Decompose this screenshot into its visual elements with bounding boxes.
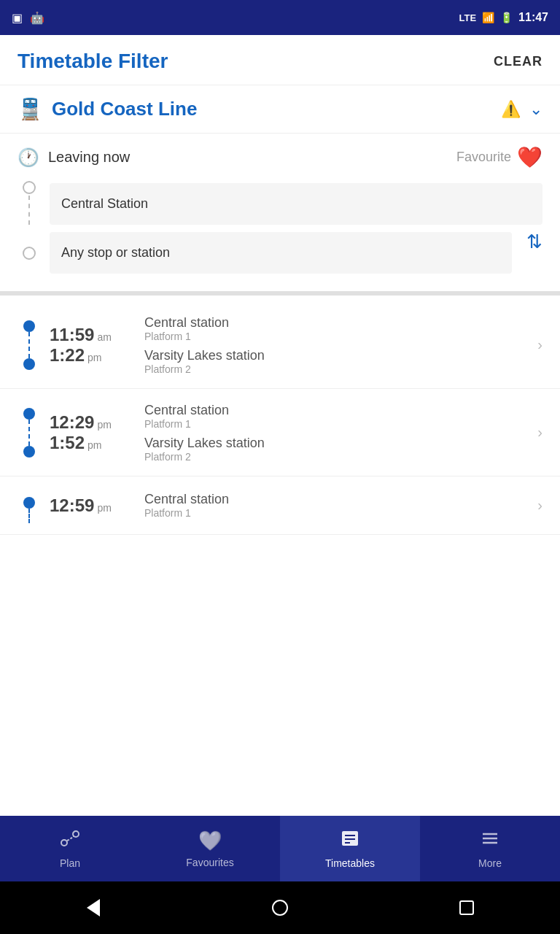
trip-line xyxy=(28,332,30,358)
to-station-input[interactable] xyxy=(50,232,512,274)
nav-item-timetables[interactable]: Timetables xyxy=(280,816,420,881)
chevron-down-icon: ⌄ xyxy=(529,100,542,119)
table-row[interactable]: 11:59 am 1:22 pm Central station Platfor… xyxy=(0,301,560,389)
trip-dot-top xyxy=(23,408,35,420)
timetables-icon xyxy=(340,828,360,853)
warning-icon: ⚠️ xyxy=(501,100,521,119)
svg-point-0 xyxy=(61,840,67,846)
trip-line xyxy=(28,509,30,523)
to-dot-container xyxy=(18,247,41,260)
favourite-section[interactable]: Favourite ❤️ xyxy=(456,145,542,169)
trip-timeline-1 xyxy=(18,320,41,370)
trip-times-2: 12:29 pm 1:52 pm xyxy=(50,404,144,462)
trip-timeline-3 xyxy=(18,488,41,523)
favourites-icon: 🤍 xyxy=(198,830,222,852)
from-station-dot xyxy=(23,181,36,194)
trip-chevron-icon-1: › xyxy=(537,336,542,353)
trip-dot-bottom xyxy=(23,358,35,370)
home-button[interactable] xyxy=(265,893,295,922)
time-display: 11:47 xyxy=(518,11,548,24)
to-station-1: Varsity Lakes station Platform 2 xyxy=(144,348,532,375)
to-station-dot xyxy=(23,247,36,260)
nav-item-favourites[interactable]: 🤍 Favourites xyxy=(140,816,280,881)
more-label: More xyxy=(478,857,502,869)
from-station-row xyxy=(18,181,542,226)
trip-timeline-2 xyxy=(18,408,41,458)
header: Timetable Filter CLEAR xyxy=(0,35,560,85)
svg-point-1 xyxy=(73,831,79,837)
line-selector[interactable]: 🚆 Gold Coast Line ⚠️ ⌄ xyxy=(0,85,560,134)
bottom-nav: Plan 🤍 Favourites Timetables More xyxy=(0,816,560,881)
more-icon xyxy=(480,828,500,853)
table-row[interactable]: 12:29 pm 1:52 pm Central station Platfor… xyxy=(0,389,560,476)
timetables-label: Timetables xyxy=(325,857,375,869)
leaving-now-section: 🕐 Leaving now xyxy=(18,147,130,168)
trip-times-3: 12:59 pm xyxy=(50,487,144,525)
back-button[interactable] xyxy=(79,893,108,922)
trip-stations-2: Central station Platform 1 Varsity Lakes… xyxy=(144,394,532,471)
train-icon: 🚆 xyxy=(18,97,43,121)
lte-icon: LTE xyxy=(459,12,476,23)
connecting-line xyxy=(28,196,30,225)
signal-bars-icon: 📶 xyxy=(482,12,494,23)
nav-item-more[interactable]: More xyxy=(420,816,560,881)
status-left: ▣ 🤖 xyxy=(12,11,44,25)
clear-button[interactable]: CLEAR xyxy=(494,54,542,69)
trip-dot-top xyxy=(23,497,35,509)
trip-times-1: 11:59 am 1:22 pm xyxy=(50,316,144,374)
timetable-list: 11:59 am 1:22 pm Central station Platfor… xyxy=(0,296,560,816)
leaving-now-label: Leaving now xyxy=(48,149,130,166)
table-row[interactable]: 12:59 pm Central station Platform 1 › xyxy=(0,476,560,535)
trip-chevron-icon-3: › xyxy=(537,497,542,514)
trip-dot-top xyxy=(23,320,35,332)
depart-time-3: 12:59 pm xyxy=(50,495,144,516)
battery-icon: 🔋 xyxy=(500,12,513,23)
arrive-time-1: 1:22 pm xyxy=(50,345,144,366)
arrive-time-2: 1:52 pm xyxy=(50,433,144,453)
android-icon: 🤖 xyxy=(30,11,44,25)
status-bar: ▣ 🤖 LTE 📶 🔋 11:47 xyxy=(0,0,560,35)
to-station-2: Varsity Lakes station Platform 2 xyxy=(144,436,532,463)
time-row: 🕐 Leaving now Favourite ❤️ xyxy=(0,134,560,181)
page-title: Timetable Filter xyxy=(18,50,168,73)
from-station-1: Central station Platform 1 xyxy=(144,315,532,342)
line-name-label: Gold Coast Line xyxy=(52,98,492,120)
trip-stations-3: Central station Platform 1 xyxy=(144,483,532,528)
plan-label: Plan xyxy=(60,857,80,869)
plan-icon xyxy=(60,828,80,853)
trip-dot-bottom xyxy=(23,446,35,458)
clock-icon: 🕐 xyxy=(18,147,39,168)
status-right: LTE 📶 🔋 11:47 xyxy=(459,11,548,24)
swap-icon[interactable]: ⇅ xyxy=(526,231,542,253)
recents-button[interactable] xyxy=(452,893,481,922)
system-nav xyxy=(0,881,560,934)
depart-time-2: 12:29 pm xyxy=(50,412,144,433)
trip-chevron-icon-2: › xyxy=(537,424,542,441)
trip-stations-1: Central station Platform 1 Varsity Lakes… xyxy=(144,306,532,384)
nav-item-plan[interactable]: Plan xyxy=(0,816,140,881)
depart-time-1: 11:59 am xyxy=(50,325,144,345)
trip-line xyxy=(28,420,30,446)
to-station-row: ⇅ xyxy=(18,232,542,274)
from-station-input[interactable] xyxy=(50,183,542,225)
from-station-3: Central station Platform 1 xyxy=(144,492,532,519)
from-dot-container xyxy=(18,181,41,226)
notification-icon: ▣ xyxy=(12,11,23,25)
stations-section: ⇅ xyxy=(0,181,560,291)
favourites-label: Favourites xyxy=(186,857,233,868)
from-station-2: Central station Platform 1 xyxy=(144,403,532,430)
favourite-label: Favourite xyxy=(456,150,511,165)
heart-icon[interactable]: ❤️ xyxy=(517,145,542,169)
